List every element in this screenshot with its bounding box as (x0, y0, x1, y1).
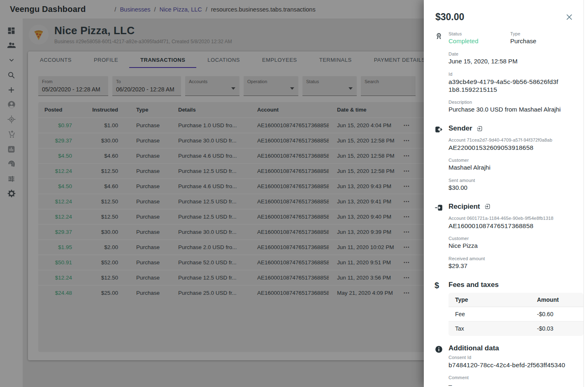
date-label: Date (449, 51, 575, 56)
comment-value: – (449, 381, 575, 387)
type-value: Purchase (510, 37, 575, 45)
scrollbar-track[interactable] (584, 0, 588, 387)
sender-account-value: AE220001532609053918658 (449, 144, 575, 152)
status-value: Completed (449, 37, 510, 45)
recipient-account-label: Account 0601721a-1184-465e-90eb-9f54e8fb… (449, 216, 575, 221)
recipient-account-value: AE160001087476517368858 (449, 222, 575, 230)
sender-logout-icon (435, 124, 449, 195)
fees-heading: Fees and taxes (449, 281, 499, 289)
status-badge-icon (435, 31, 449, 117)
sender-account-label: Account 71cea2d7-9d40-4709-a57f-94f372f0… (449, 138, 575, 142)
recipient-amount-value: $29.37 (449, 262, 575, 270)
drawer-scroll-area: $30.00 Status Completed Type Purchase (424, 0, 584, 387)
id-label: Id (449, 72, 575, 77)
fee-type: Fee (449, 311, 537, 317)
fee-type: Tax (449, 325, 537, 332)
consent-id-value: b7484120-78cc-42c4-befd-2f563ff45340 (449, 361, 575, 369)
type-label: Type (510, 31, 575, 36)
id-value: a39cb4e9-4179-4a5c-9b56-58626fd3f1b8.159… (449, 78, 562, 94)
description-label: Description (449, 100, 575, 105)
recipient-customer-label: Customer (449, 236, 575, 241)
additional-data-heading: Additional data (449, 344, 499, 352)
transaction-detail-drawer: $30.00 Status Completed Type Purchase (424, 0, 588, 387)
comment-label: Comment (449, 375, 575, 380)
sender-open-link-icon[interactable] (476, 125, 483, 132)
recipient-customer-value: Nice Pizza (449, 242, 575, 250)
sender-customer-value: Mashael Alrajhi (449, 164, 575, 172)
consent-id-label: Consent Id (449, 355, 575, 360)
recipient-amount-label: Received amount (449, 256, 575, 261)
fees-header-row: Type Amount (449, 293, 583, 307)
sender-amount-value: $30.00 (449, 184, 575, 192)
status-label: Status (449, 31, 510, 36)
date-value: June 15, 2020, 12:58 PM (449, 58, 575, 65)
description-value: Purchase 30.0 USD from Mashael Alrajhi (449, 106, 575, 114)
fees-column-amount: Amount (537, 296, 583, 303)
fees-row: Tax-$0.03 (449, 322, 583, 336)
transaction-amount-title: $30.00 (435, 12, 464, 23)
recipient-heading: Recipient (449, 203, 480, 211)
fee-amount: -$0.60 (537, 311, 583, 317)
fee-amount: -$0.03 (537, 325, 583, 332)
dollar-icon: $ (435, 281, 449, 336)
recipient-open-link-icon[interactable] (484, 203, 491, 210)
sender-customer-label: Customer (449, 158, 575, 163)
info-icon (435, 344, 449, 387)
close-icon[interactable] (564, 12, 574, 22)
recipient-login-icon (435, 203, 449, 273)
fees-column-type: Type (449, 296, 537, 303)
sender-heading: Sender (449, 124, 472, 133)
fees-table: Type Amount Fee-$0.60Tax-$0.03 (449, 293, 583, 336)
fees-row: Fee-$0.60 (449, 307, 583, 322)
sender-amount-label: Sent amount (449, 178, 575, 183)
